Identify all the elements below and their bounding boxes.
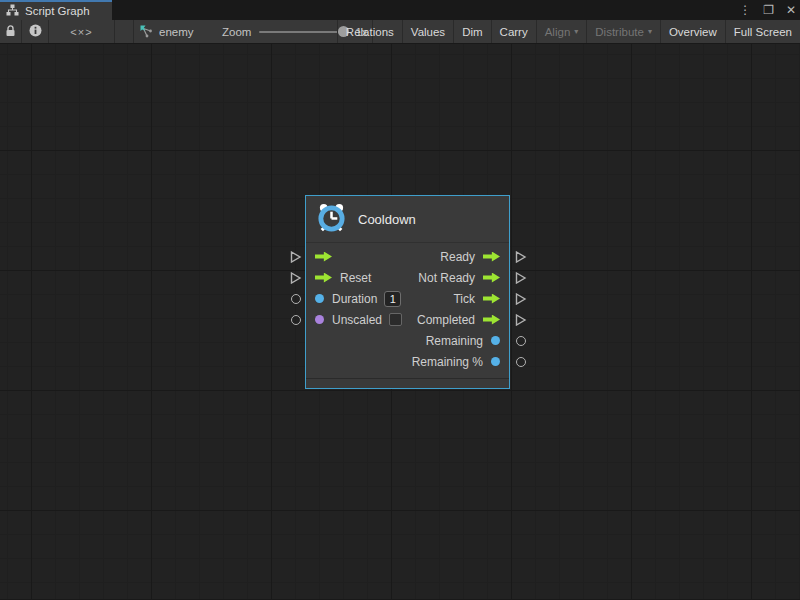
output-port-ready[interactable]: Ready <box>440 250 500 264</box>
toolbar-button-group: Relations Values Dim Carry Align ▾ Distr… <box>337 20 800 43</box>
value-port-icon <box>491 336 500 345</box>
tab-bar: Script Graph ⋮ ❐ ✕ <box>0 0 800 20</box>
graph-toolbar: <×> enemy Zoom 1x Relatio <box>0 20 800 44</box>
zoom-slider[interactable] <box>259 31 347 33</box>
info-button[interactable] <box>22 20 49 43</box>
window-menu-icon[interactable]: ⋮ <box>739 0 751 20</box>
connector-out-not-ready[interactable] <box>515 272 527 284</box>
node-title: Cooldown <box>358 212 416 227</box>
value-port-icon <box>315 315 324 324</box>
graph-hierarchy-icon <box>6 2 19 20</box>
values-button[interactable]: Values <box>402 20 453 43</box>
script-graph-window: Script Graph ⋮ ❐ ✕ <box>0 0 800 600</box>
cooldown-node[interactable]: Cooldown Ready Reset <box>305 195 510 389</box>
duration-value-field[interactable] <box>384 291 401 307</box>
connector-in-enter[interactable] <box>290 251 302 263</box>
connector-out-tick[interactable] <box>515 293 527 305</box>
unscaled-checkbox[interactable] <box>389 313 402 326</box>
window-controls: ⋮ ❐ ✕ <box>739 0 796 20</box>
connector-out-ready[interactable] <box>515 251 527 263</box>
toolbar-separator <box>133 20 134 43</box>
carry-button[interactable]: Carry <box>491 20 536 43</box>
align-dropdown[interactable]: Align ▾ <box>536 20 587 43</box>
graph-asset-icon <box>139 24 153 40</box>
info-icon <box>29 24 42 39</box>
breadcrumb[interactable]: enemy <box>139 20 194 43</box>
connector-out-remaining[interactable] <box>516 336 526 346</box>
lock-icon <box>5 25 16 39</box>
input-port-reset[interactable]: Reset <box>315 271 371 285</box>
output-port-completed[interactable]: Completed <box>417 313 500 327</box>
tab-script-graph[interactable]: Script Graph <box>0 0 112 20</box>
chevron-down-icon: ▾ <box>574 27 578 36</box>
lock-button[interactable] <box>0 20 22 43</box>
output-port-remaining-pct[interactable]: Remaining % <box>412 355 500 369</box>
value-port-icon <box>315 294 324 303</box>
close-icon[interactable]: ✕ <box>786 0 796 20</box>
node-footer <box>306 378 509 388</box>
port-row: Reset Not Ready <box>306 267 509 288</box>
dim-button[interactable]: Dim <box>453 20 490 43</box>
port-row: Remaining % <box>306 351 509 372</box>
port-row: Ready <box>306 246 509 267</box>
flow-out-icon <box>483 252 500 262</box>
connector-in-unscaled[interactable] <box>291 315 301 325</box>
maximize-icon[interactable]: ❐ <box>763 0 774 20</box>
input-port-enter[interactable] <box>315 252 332 262</box>
overview-button[interactable]: Overview <box>660 20 725 43</box>
flow-in-icon <box>315 252 332 262</box>
connector-in-duration[interactable] <box>291 294 301 304</box>
code-toggle-button[interactable]: <×> <box>49 20 115 43</box>
relations-button[interactable]: Relations <box>337 20 402 43</box>
flow-in-icon <box>315 273 332 283</box>
flow-out-icon <box>483 315 500 325</box>
port-row: Remaining <box>306 330 509 351</box>
value-port-icon <box>491 357 500 366</box>
code-icon: <×> <box>70 26 92 38</box>
chevron-down-icon: ▾ <box>648 27 652 36</box>
tab-title: Script Graph <box>25 5 90 17</box>
connector-in-reset[interactable] <box>290 272 302 284</box>
connector-out-remaining-pct[interactable] <box>516 357 526 367</box>
node-body: Ready Reset Not Ready <box>306 243 509 378</box>
full-screen-button[interactable]: Full Screen <box>725 20 800 43</box>
port-row: Unscaled Completed <box>306 309 509 330</box>
alarm-clock-icon <box>316 202 347 237</box>
output-port-tick[interactable]: Tick <box>453 292 500 306</box>
flow-out-icon <box>483 294 500 304</box>
connector-out-completed[interactable] <box>515 314 527 326</box>
cooldown-node-header[interactable]: Cooldown <box>306 196 509 243</box>
zoom-label: Zoom <box>222 26 251 38</box>
graph-name-label: enemy <box>159 26 194 38</box>
output-port-not-ready[interactable]: Not Ready <box>418 271 500 285</box>
port-row: Duration Tick <box>306 288 509 309</box>
flow-out-icon <box>483 273 500 283</box>
distribute-dropdown[interactable]: Distribute ▾ <box>586 20 660 43</box>
output-port-remaining[interactable]: Remaining <box>426 334 500 348</box>
input-port-unscaled[interactable]: Unscaled <box>315 313 402 327</box>
graph-canvas[interactable]: Cooldown Ready Reset <box>0 44 800 599</box>
input-port-duration[interactable]: Duration <box>315 291 401 307</box>
